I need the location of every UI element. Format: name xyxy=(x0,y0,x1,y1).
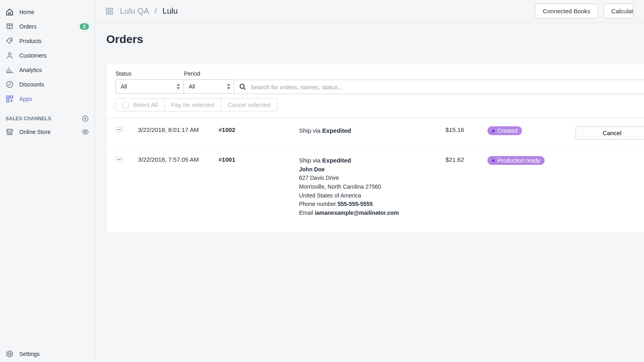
order-number: #1001 xyxy=(219,156,299,163)
status-label: Status xyxy=(116,70,184,77)
tag-icon xyxy=(6,37,14,45)
customer-email: iamanexample@mailinator.com xyxy=(315,210,399,216)
sidebar-item-orders[interactable]: Orders 2 xyxy=(0,19,95,34)
bulk-group: Select All Pay for selected Cancel selec… xyxy=(116,98,277,111)
svg-rect-11 xyxy=(107,12,109,14)
expand-toggle[interactable] xyxy=(116,157,123,162)
order-date: 3/22/2018, 7:57:05 AM xyxy=(138,156,219,163)
status-badge: Production ready xyxy=(487,156,545,165)
connected-books-button[interactable]: Connected Books xyxy=(535,4,598,19)
status-badge: Created xyxy=(487,126,522,135)
breadcrumb: Lulu QA / Lulu xyxy=(120,6,178,16)
updown-icon xyxy=(227,84,231,89)
sidebar-item-label: Analytics xyxy=(19,67,42,73)
sidebar-item-label: Products xyxy=(19,38,41,44)
cancel-selected-button[interactable]: Cancel selected xyxy=(221,99,277,111)
add-channel-icon[interactable] xyxy=(82,115,89,122)
sidebar-item-products[interactable]: Products xyxy=(0,34,95,48)
svg-rect-3 xyxy=(7,96,9,99)
breadcrumb-root[interactable]: Lulu QA xyxy=(120,6,149,16)
updown-icon xyxy=(176,84,180,89)
cancel-order-button[interactable]: Cancel xyxy=(576,126,644,140)
svg-point-13 xyxy=(240,84,244,88)
address-city: Morrisville, North Carolina 27560 xyxy=(299,183,420,191)
order-shipping: Ship via Expedited John Doe 627 Davis Dr… xyxy=(299,156,420,218)
search-field[interactable] xyxy=(234,80,644,94)
status-text: Production ready xyxy=(497,157,540,164)
sidebar-item-settings[interactable]: Settings xyxy=(0,346,95,362)
expand-toggle[interactable] xyxy=(116,127,123,132)
topbar-actions: Connected Books Calculat xyxy=(535,4,634,19)
status-select[interactable]: All xyxy=(116,79,184,94)
sidebar-item-analytics[interactable]: Analytics xyxy=(0,63,95,77)
grid-icon xyxy=(105,7,114,15)
svg-point-1 xyxy=(8,53,11,56)
page-title: Orders xyxy=(106,33,644,46)
analytics-icon xyxy=(6,66,14,74)
svg-point-0 xyxy=(10,39,11,41)
status-text: Created xyxy=(497,128,518,134)
sidebar-section-sales-channels: SALES CHANNELS xyxy=(0,106,95,125)
search-input[interactable] xyxy=(250,84,644,90)
sidebar-item-customers[interactable]: Customers xyxy=(0,48,95,63)
period-value: All xyxy=(189,83,195,90)
breadcrumb-current: Lulu xyxy=(163,6,178,16)
svg-rect-9 xyxy=(107,8,109,10)
search-icon xyxy=(239,83,246,90)
apps-icon xyxy=(6,95,14,103)
svg-rect-4 xyxy=(10,96,13,99)
order-row: 3/22/2018, 7:57:05 AM #1001 Ship via Exp… xyxy=(107,148,644,232)
page-body: Orders Status All Period xyxy=(95,23,644,232)
period-select[interactable]: All xyxy=(184,79,234,94)
calculate-button[interactable]: Calculat xyxy=(604,4,634,19)
period-label: Period xyxy=(184,70,234,77)
pay-selected-label: Pay for selected xyxy=(171,101,215,108)
orders-icon xyxy=(6,23,14,31)
home-icon xyxy=(6,8,14,16)
status-value: All xyxy=(121,83,127,90)
sidebar-item-label: Apps xyxy=(19,96,32,102)
order-price: $15.16 xyxy=(420,126,464,133)
sidebar-item-home[interactable]: Home xyxy=(0,5,95,19)
sidebar-item-label: Online Store xyxy=(19,129,51,135)
user-icon xyxy=(6,51,14,60)
sidebar-item-label: Discounts xyxy=(19,81,44,88)
sidebar-item-online-store[interactable]: Online Store xyxy=(0,125,95,139)
sidebar: Home Orders 2 Products Customers A xyxy=(0,0,95,362)
sidebar-item-apps[interactable]: Apps xyxy=(0,92,95,106)
eye-icon[interactable] xyxy=(82,128,89,136)
breadcrumb-sep: / xyxy=(155,6,157,16)
bulk-actions: Select All Pay for selected Cancel selec… xyxy=(116,94,644,118)
sidebar-item-label: Customers xyxy=(19,52,47,59)
sidebar-nav: Home Orders 2 Products Customers A xyxy=(0,0,95,139)
svg-rect-12 xyxy=(110,12,113,14)
orders-table: 3/22/2018, 8:01:17 AM #1002 Ship via Exp… xyxy=(107,118,644,232)
select-all-button[interactable]: Select All xyxy=(116,99,164,111)
select-all-label: Select All xyxy=(133,101,158,108)
order-shipping: Ship via Expedited xyxy=(299,126,420,136)
cancel-selected-label: Cancel selected xyxy=(227,101,270,108)
order-row: 3/22/2018, 8:01:17 AM #1002 Ship via Exp… xyxy=(107,118,644,148)
store-icon xyxy=(6,128,14,136)
address-country: United States of America xyxy=(299,191,420,200)
discount-icon xyxy=(6,80,14,88)
svg-point-8 xyxy=(9,353,11,355)
sales-channels-heading: SALES CHANNELS xyxy=(6,116,51,121)
orders-card: Status All Period All xyxy=(106,64,644,232)
status-dot-icon xyxy=(492,159,495,162)
sidebar-item-label: Orders xyxy=(19,23,37,30)
customer-phone: 555-555-5555 xyxy=(338,201,373,207)
period-filter: Period All xyxy=(184,70,234,94)
gear-icon xyxy=(6,350,14,358)
svg-rect-5 xyxy=(7,100,9,102)
order-date: 3/22/2018, 8:01:17 AM xyxy=(138,126,219,133)
svg-point-7 xyxy=(85,131,87,133)
sidebar-item-discounts[interactable]: Discounts xyxy=(0,77,95,92)
settings-label: Settings xyxy=(19,351,40,357)
svg-rect-10 xyxy=(110,8,113,10)
checkbox-icon xyxy=(122,102,129,108)
order-price: $21.62 xyxy=(420,156,464,163)
pay-selected-button[interactable]: Pay for selected xyxy=(164,99,221,111)
status-filter: Status All xyxy=(116,70,184,94)
customer-name: John Doe xyxy=(299,166,325,173)
